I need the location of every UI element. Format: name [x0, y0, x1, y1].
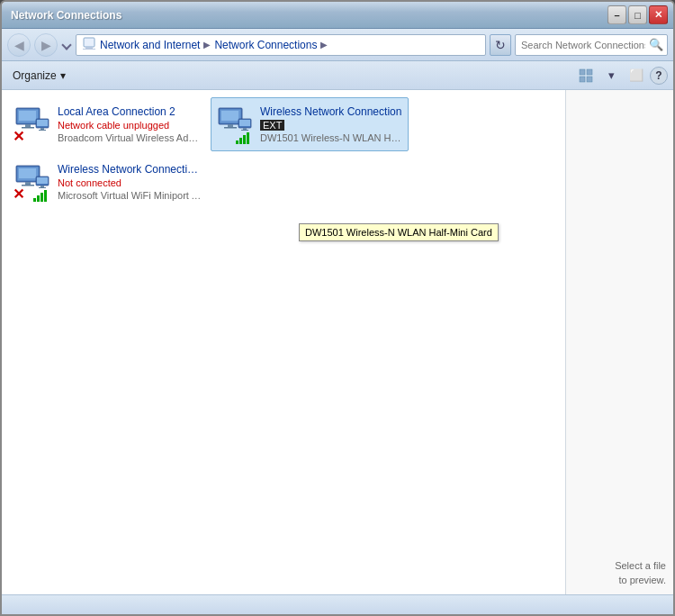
item-text: Wireless Network Connection 2 Not connec…	[58, 163, 202, 201]
window: Network Connections – □ ✕ ◀ ▶ Network an…	[0, 0, 675, 616]
item-text: Wireless Network Connection EXT DW1501 W…	[260, 105, 402, 143]
svg-rect-33	[25, 182, 31, 185]
minimize-button[interactable]: –	[608, 5, 626, 24]
organize-label: Organize	[13, 69, 57, 82]
item-status: Not connected	[58, 177, 202, 188]
list-item[interactable]: Wireless Network Connection EXT DW1501 W…	[211, 97, 409, 151]
tooltip: DW1501 Wireless-N WLAN Half-Mini Card	[299, 223, 499, 241]
item-adapter: Broadcom Virtual Wireless Adapter	[58, 132, 202, 143]
item-name: Wireless Network Connection 2	[58, 163, 202, 176]
svg-rect-19	[221, 111, 238, 121]
item-status: Network cable unplugged	[58, 120, 202, 131]
search-icon: 🔍	[649, 38, 663, 51]
preview-pane: Select a fileto preview.	[565, 90, 673, 594]
main-content: ✕ Local Area Connection 2 Network cable …	[2, 90, 673, 594]
signal-icon	[32, 189, 49, 202]
svg-rect-29	[247, 132, 249, 144]
item-text: Local Area Connection 2 Network cable un…	[58, 105, 202, 143]
view-dropdown-arrow[interactable]: ▾	[599, 65, 623, 86]
view-icon-button[interactable]	[574, 65, 598, 86]
svg-rect-36	[37, 177, 48, 184]
svg-rect-39	[33, 198, 36, 202]
list-item[interactable]: ✕ Local Area Connection 2 Network cable …	[9, 97, 207, 151]
connection-icon-container	[217, 106, 253, 142]
help-button[interactable]: ?	[650, 67, 668, 85]
organize-button[interactable]: Organize ▾	[7, 65, 71, 86]
title-bar: Network Connections – □ ✕	[2, 2, 673, 29]
svg-rect-26	[236, 140, 238, 144]
window-pane-button[interactable]: ⬜	[625, 65, 648, 86]
svg-rect-5	[580, 77, 585, 82]
view-buttons: ▾ ⬜ ?	[574, 65, 668, 86]
svg-rect-1	[86, 47, 93, 49]
svg-rect-20	[228, 124, 233, 127]
svg-rect-24	[243, 128, 247, 130]
svg-rect-40	[37, 195, 40, 202]
item-name: Wireless Network Connection	[260, 105, 402, 118]
path-network: Network and Internet	[100, 39, 200, 51]
window-title: Network Connections	[11, 9, 122, 22]
svg-rect-41	[40, 193, 43, 202]
refresh-button[interactable]: ↻	[490, 34, 511, 56]
svg-rect-25	[241, 130, 248, 131]
svg-rect-38	[39, 187, 46, 188]
svg-rect-27	[239, 138, 242, 144]
item-adapter: DW1501 Wireless-N WLAN Half-...	[260, 132, 402, 143]
path-arrow-1: ▶	[203, 40, 211, 50]
svg-rect-3	[580, 69, 585, 75]
svg-rect-10	[25, 124, 31, 127]
close-button[interactable]: ✕	[649, 5, 668, 24]
connection-icon-container: ✕	[14, 164, 50, 200]
organize-arrow: ▾	[60, 69, 66, 82]
status-bar	[2, 594, 673, 614]
svg-rect-28	[243, 135, 246, 144]
forward-button[interactable]: ▶	[34, 33, 58, 57]
svg-rect-0	[84, 38, 94, 47]
file-area: ✕ Local Area Connection 2 Network cable …	[2, 90, 565, 594]
svg-rect-13	[37, 120, 48, 126]
svg-rect-37	[40, 186, 44, 187]
svg-rect-4	[587, 69, 592, 75]
item-name: Local Area Connection 2	[58, 105, 202, 118]
address-box[interactable]: Network and Internet ▶ Network Connectio…	[76, 34, 486, 56]
error-badge: ✕	[13, 187, 27, 202]
signal-icon	[235, 131, 251, 144]
list-item[interactable]: ✕ Wireless Network Connection 2 Not conn…	[9, 155, 207, 209]
toolbar: Organize ▾ ▾ ⬜ ?	[2, 61, 673, 90]
item-adapter: Microsoft Virtual WiFi Miniport A...	[58, 190, 202, 201]
connection-icon-container: ✕	[14, 106, 50, 142]
preview-text: Select a fileto preview.	[615, 559, 666, 587]
svg-rect-9	[19, 111, 36, 121]
svg-rect-6	[587, 77, 592, 82]
back-button[interactable]: ◀	[7, 33, 31, 57]
svg-rect-2	[83, 49, 95, 50]
svg-rect-32	[19, 168, 36, 178]
address-bar: ◀ ▶ Network and Internet ▶ Network Conne…	[2, 29, 673, 61]
path-connections: Network Connections	[214, 39, 317, 51]
svg-rect-21	[224, 127, 237, 129]
svg-rect-23	[239, 120, 250, 126]
title-bar-controls: – □ ✕	[608, 5, 668, 24]
svg-rect-42	[44, 190, 47, 202]
search-input[interactable]	[521, 40, 645, 50]
address-icon	[82, 36, 96, 53]
search-box[interactable]: 🔍	[515, 34, 668, 56]
maximize-button[interactable]: □	[628, 5, 647, 24]
error-badge: ✕	[13, 130, 27, 144]
svg-rect-15	[39, 130, 46, 131]
path-arrow-2: ▶	[320, 40, 328, 50]
item-ssid: EXT	[260, 120, 402, 131]
svg-rect-14	[40, 128, 44, 130]
